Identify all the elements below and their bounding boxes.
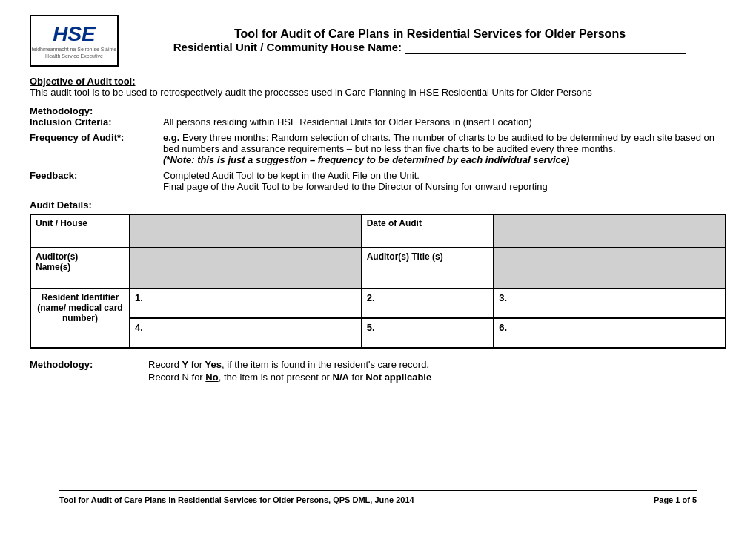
logo-area: HSE feidhmeannacht na Seirbhíse Sláinte …: [30, 15, 133, 67]
slot-6[interactable]: 6.: [494, 318, 726, 348]
methodology-title: Methodology:: [30, 105, 726, 116]
title-area: Tool for Audit of Care Plans in Resident…: [133, 27, 726, 54]
hse-logo: HSE feidhmeannacht na Seirbhíse Sláinte …: [30, 15, 119, 67]
objective-title: Objective of Audit tool:: [30, 76, 726, 87]
footer: Tool for Audit of Care Plans in Resident…: [59, 490, 697, 504]
footer-right: Page 1 of 5: [654, 495, 697, 504]
page-subtitle: Residential Unit / Community House Name:: [133, 41, 726, 54]
resident-label: Resident Identifier (name/ medical card …: [30, 289, 130, 348]
bottom-method-line1: Record Y for Yes, if the item is found i…: [148, 359, 429, 370]
inclusion-row: Inclusion Criteria: All persons residing…: [30, 116, 726, 128]
auditor-title-label: Auditor(s) Title (s): [362, 248, 494, 289]
table-row-1: Unit / House Date of Audit: [30, 214, 726, 248]
slot-3[interactable]: 3.: [494, 289, 726, 318]
audit-details-section: Audit Details: Unit / House Date of Audi…: [30, 200, 726, 349]
frequency-row: Frequency of Audit*: e.g. Every three mo…: [30, 132, 726, 165]
unit-house-input[interactable]: [130, 214, 362, 248]
frequency-note: (*Note: this is just a suggestion – freq…: [163, 154, 726, 165]
bottom-method-row2: Record N for No, the item is not present…: [148, 372, 726, 383]
slot-5[interactable]: 5.: [362, 318, 494, 348]
frequency-text: e.g. Every three months: Random selectio…: [163, 132, 726, 154]
methodology-section: Methodology: Inclusion Criteria: All per…: [30, 105, 726, 192]
audit-table: Unit / House Date of Audit Auditor(s) Na…: [30, 214, 726, 349]
page-wrapper: HSE feidhmeannacht na Seirbhíse Sláinte …: [30, 15, 726, 519]
auditor-name-input[interactable]: [130, 248, 362, 289]
slot-1[interactable]: 1.: [130, 289, 362, 318]
table-row-2: Auditor(s) Name(s) Auditor(s) Title (s): [30, 248, 726, 289]
auditor-label: Auditor(s) Name(s): [30, 248, 130, 289]
logo-subtitle: feidhmeannacht na Seirbhíse Sláinte Heal…: [32, 46, 116, 59]
page-title: Tool for Audit of Care Plans in Resident…: [133, 27, 726, 41]
feedback-line2: Final page of the Audit Tool to be forwa…: [163, 181, 726, 192]
auditor-title-input[interactable]: [494, 248, 726, 289]
footer-left: Tool for Audit of Care Plans in Resident…: [59, 495, 414, 504]
date-audit-label: Date of Audit: [362, 214, 494, 248]
feedback-row: Feedback: Completed Audit Tool to be kep…: [30, 170, 726, 192]
feedback-line1: Completed Audit Tool to be kept in the A…: [163, 170, 726, 181]
bottom-method-line2: Record N for No, the item is not present…: [148, 372, 431, 383]
inclusion-text: All persons residing within HSE Resident…: [163, 116, 726, 128]
bottom-method-row1: Methodology: Record Y for Yes, if the it…: [30, 359, 726, 370]
frequency-content: e.g. Every three months: Random selectio…: [163, 132, 726, 165]
date-audit-input[interactable]: [494, 214, 726, 248]
name-underline: [405, 41, 686, 54]
bottom-methodology: Methodology: Record Y for Yes, if the it…: [30, 359, 726, 383]
inclusion-label: Inclusion Criteria:: [30, 116, 163, 128]
feedback-label: Feedback:: [30, 170, 163, 192]
bottom-method-label: Methodology:: [30, 359, 148, 370]
table-row-4: 4. 5. 6.: [30, 318, 726, 348]
frequency-eg: e.g.: [163, 132, 179, 143]
frequency-label: Frequency of Audit*:: [30, 132, 163, 165]
feedback-content: Completed Audit Tool to be kept in the A…: [163, 170, 726, 192]
audit-details-label: Audit Details:: [30, 200, 726, 211]
slot-4[interactable]: 4.: [130, 318, 362, 348]
table-row-3: Resident Identifier (name/ medical card …: [30, 289, 726, 318]
header: HSE feidhmeannacht na Seirbhíse Sláinte …: [30, 15, 726, 67]
objective-section: Objective of Audit tool: This audit tool…: [30, 76, 726, 98]
objective-body: This audit tool is to be used to retrosp…: [30, 87, 726, 98]
slot-2[interactable]: 2.: [362, 289, 494, 318]
hse-letters: HSE: [53, 22, 96, 46]
unit-house-label: Unit / House: [30, 214, 130, 248]
